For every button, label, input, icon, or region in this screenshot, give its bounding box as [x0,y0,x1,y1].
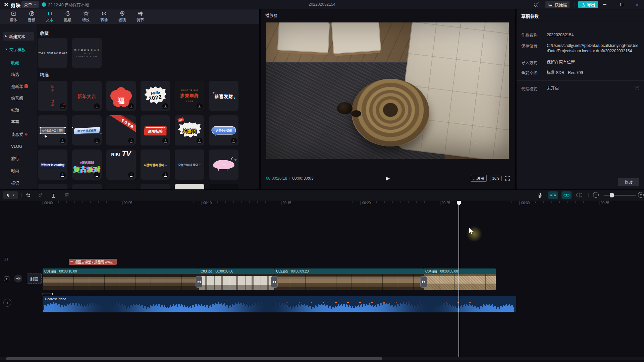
template-card-username[interactable]: @你的用户名｜剪映 [38,115,67,145]
download-icon[interactable] [162,103,168,109]
help-icon[interactable]: ? [534,2,539,7]
video-clip-c01[interactable]: C01.jpg00:00:10.00 [43,268,199,290]
download-icon[interactable] [197,103,203,109]
zoom-in-icon[interactable]: + [638,192,644,198]
zoom-slider-handle[interactable] [610,193,614,197]
template-card[interactable] [106,184,136,189]
timeline-zoom-slider[interactable] [604,195,636,196]
auto-snap-toggle[interactable] [548,191,558,199]
template-card-retro-party[interactable]: #复古派对复古派对 [72,149,102,180]
download-icon[interactable] [162,138,168,144]
download-icon[interactable] [60,103,66,109]
template-card-newyear[interactable]: 新年大吉 [72,81,102,111]
template-card[interactable] [141,184,170,189]
download-icon[interactable] [197,138,203,144]
video-clip-c04[interactable]: C04.jpg00:00:05.00 [424,268,496,290]
video-preview[interactable] [266,22,509,159]
mute-track-button[interactable] [14,275,22,283]
minimize-button[interactable] [598,0,612,9]
sidebar-item-title[interactable]: 标题 [0,106,37,114]
download-icon[interactable] [60,138,66,144]
download-icon[interactable] [94,138,100,144]
template-card-gongxifacai[interactable]: 恭喜发财 [209,81,238,111]
template-card-daily-title[interactable]: 写个啥日常标题 [72,115,102,145]
sidebar-item-newyear[interactable]: 迎新年 [0,82,37,90]
tab-filters[interactable]: 滤镜 [113,9,131,24]
template-card-keyword[interactable]: 关键词独家 [175,115,204,145]
template-card[interactable] [209,184,238,189]
maximize-button[interactable] [614,0,629,9]
download-icon[interactable] [231,138,237,144]
zoom-out-icon[interactable]: − [593,192,599,198]
sidebar-item-featured[interactable]: 精选 [0,70,37,78]
tab-adjust[interactable]: 调节 [131,9,149,24]
proxy-help-icon[interactable]: ? [635,86,639,90]
template-card-today-update[interactable]: 今日更新 [106,115,136,145]
template-card-winter[interactable]: Winter is coming [38,149,67,180]
template-card-pink-bubble[interactable]: ♡~♥ [209,149,238,180]
sidebar-item-favorites[interactable]: 收藏 [0,58,37,67]
download-icon[interactable] [94,103,100,109]
template-card-fav-vlog[interactable]: MY VLOG | FIRST DAY OF WORK | [38,38,67,68]
video-clip-c03[interactable]: C03.jpg00:00:05.00 [199,268,274,290]
shortcuts-button[interactable]: 快捷键 [545,1,570,8]
tab-audio[interactable]: 音频 [22,9,41,24]
close-button[interactable]: ✕ [630,0,644,9]
sidebar-item-variety[interactable]: 综艺感 [0,94,37,102]
tab-effects[interactable]: 特效 [77,9,95,24]
transition-button[interactable] [271,276,278,288]
tab-transitions[interactable]: 转场 [95,9,113,24]
delete-button[interactable] [63,191,70,199]
template-card-fav-sunlight[interactable]: 阳 光 般 的 生 活 方 式TIME FORA NEW ADVENTURE [72,38,102,68]
sidebar-group-text-templates[interactable]: 文字模板 [3,45,34,54]
modify-button[interactable]: 修改 [618,178,639,186]
play-button[interactable]: ▶ [386,175,390,181]
download-icon[interactable] [162,172,168,178]
video-clip-c02[interactable]: C02.jpg00:00:09.23 [274,268,424,290]
select-tool-button[interactable]: ▼ [3,191,18,199]
fullscreen-icon[interactable] [505,176,510,181]
template-card-generic-tag[interactable]: 通用标签 [141,115,170,145]
record-voiceover-button[interactable] [536,191,543,199]
tab-text[interactable]: TI文本 [41,9,59,24]
text-clip[interactable]: 顶图云课堂 / 顶图网 www. [69,259,117,265]
playhead[interactable] [459,201,459,357]
tab-sticker[interactable]: 贴纸 [59,9,77,24]
template-card-niki-tv[interactable]: NIKITV [106,149,136,180]
sidebar-item-marks[interactable]: 标记 [0,178,37,187]
undo-button[interactable] [24,191,32,199]
sidebar-item-subtitle[interactable]: 字幕 [0,117,37,126]
sidebar-item-vlog[interactable]: VLOG [0,142,37,151]
ratio-button[interactable]: 16:9 [490,176,502,181]
transition-button[interactable] [196,276,202,288]
redo-button[interactable] [37,191,44,199]
audio-clip[interactable]: Dearest Piano [43,296,516,312]
transition-button[interactable] [420,276,427,288]
download-icon[interactable] [128,103,134,109]
template-card[interactable] [38,184,67,189]
horizontal-scrollbar[interactable] [6,357,382,360]
sidebar-item-fashion[interactable]: 时尚 [0,166,37,175]
template-card-hello2022[interactable]: Hello2022 [141,81,170,111]
split-button[interactable]: ][ [50,191,57,199]
sidebar-new-text[interactable]: 新建文本 [3,32,34,41]
sidebar-item-love[interactable]: 谈恋爱♥ [0,130,37,138]
template-card-dialog-box[interactable]: 这是个对话框 [209,115,238,145]
download-icon[interactable] [94,172,100,178]
sidebar-item-travel[interactable]: 旅行 [0,154,37,163]
download-icon[interactable] [128,172,134,178]
download-icon[interactable] [60,172,66,178]
template-card-korean-weather[interactable]: 오늘 날씨가 좋아 ~ [175,149,204,180]
template-card[interactable] [72,184,102,189]
template-card-gohome[interactable]: 回家过年 [38,81,67,111]
template-card-yearend[interactable]: END OF THE YEAR岁末年终欢喜相逢 [175,81,204,111]
scope-button[interactable]: 示波器 [471,175,487,182]
preview-axis-button[interactable] [576,191,583,199]
timeline-ruler[interactable]: 00:00 00:05 00:10 00:15 00:20 00:25 00:3… [0,201,644,206]
template-card-korean-time[interactable]: 시간이 빨리 간다 ... [141,149,170,180]
download-icon[interactable] [128,138,134,144]
link-toggle[interactable] [561,191,572,199]
template-card-fu[interactable]: 福 [106,81,136,111]
tab-media[interactable]: 媒体 [4,9,22,24]
template-card[interactable] [175,184,204,189]
